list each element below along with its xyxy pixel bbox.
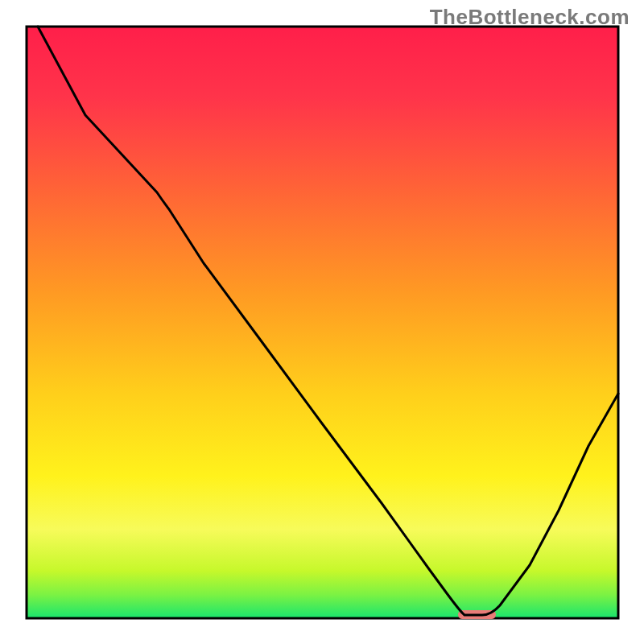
chart-svg <box>0 0 644 644</box>
watermark-text: TheBottleneck.com <box>430 5 630 30</box>
plot-background <box>27 27 618 618</box>
chart-root: TheBottleneck.com <box>0 0 644 644</box>
